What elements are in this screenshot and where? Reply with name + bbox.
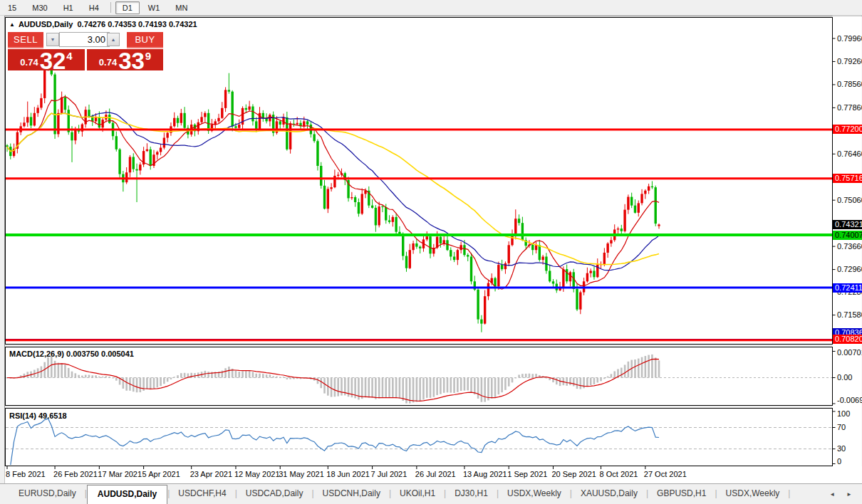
sell-price-big: 32 (40, 52, 66, 70)
tab-separator: | (788, 484, 790, 504)
buy-price-prefix: 0.74 (99, 57, 117, 68)
volume-increase-button[interactable]: ▲ (107, 33, 120, 46)
one-click-trading-panel: SELL ▼ 3.00 ▲ BUY 0.74 32 4 0.74 33 9 (8, 31, 163, 70)
sell-price-quote[interactable]: 0.74 32 4 (8, 49, 85, 70)
chart-tab-usdx-weekly[interactable]: USDX,Weekly (717, 484, 789, 504)
timeframe-button-m30[interactable]: M30 (25, 1, 54, 14)
chart-tab-xauusd-daily[interactable]: XAUUSD,Daily (572, 484, 646, 504)
chart-tab-usdcad-daily[interactable]: USDCAD,Daily (237, 484, 312, 504)
tab-scroll-left-icon[interactable]: ◄ (829, 491, 835, 498)
timeframe-button-d1[interactable]: D1 (115, 1, 140, 14)
buy-price-quote[interactable]: 0.74 33 9 (87, 49, 163, 70)
timeframe-button-h4[interactable]: H4 (82, 1, 106, 14)
timeframe-button-mn[interactable]: MN (168, 1, 194, 14)
chart-tab-bar: EURUSD,Daily|AUDUSD,Daily|USDCHF,H4|USDC… (0, 483, 862, 504)
volume-input[interactable]: 3.00 (59, 32, 110, 47)
sell-price-prefix: 0.74 (20, 57, 38, 68)
sell-button[interactable]: SELL (8, 32, 43, 48)
timeframe-toolbar: 15M30H1H4D1W1MN (0, 0, 862, 16)
caret-down-icon: ▼ (51, 37, 56, 42)
chart-tab-audusd-daily[interactable]: AUDUSD,Daily (87, 485, 167, 504)
tab-scroll-nav: ◄► (829, 484, 862, 504)
timeframe-button-w1[interactable]: W1 (141, 1, 167, 14)
buy-button[interactable]: BUY (127, 32, 163, 48)
buy-price-big: 33 (118, 52, 145, 70)
chart-tab-gbpusd-h1[interactable]: GBPUSD,H1 (648, 484, 715, 504)
toolbar-separator (110, 2, 111, 13)
chart-tab-dj30-h1[interactable]: DJ30,H1 (446, 484, 497, 504)
timeframe-button-15[interactable]: 15 (1, 1, 24, 14)
chart-window (4, 16, 862, 484)
volume-decrease-button[interactable]: ▼ (46, 33, 59, 46)
tab-scroll-right-icon[interactable]: ► (846, 491, 852, 498)
chart-tab-usdx-weekly[interactable]: USDX,Weekly (499, 484, 570, 504)
chart-tab-usdcnh-daily[interactable]: USDCNH,Daily (314, 484, 389, 504)
timeframe-button-h1[interactable]: H1 (56, 1, 81, 14)
chart-tab-ukoil-h1[interactable]: UKOil,H1 (391, 484, 444, 504)
sell-price-sup: 4 (66, 50, 72, 62)
chart-tab-usdchf-h4[interactable]: USDCHF,H4 (170, 484, 234, 504)
buy-price-sup: 9 (145, 50, 151, 62)
caret-up-icon: ▲ (111, 37, 116, 42)
chart-tab-eurusd-daily[interactable]: EURUSD,Daily (10, 484, 85, 504)
